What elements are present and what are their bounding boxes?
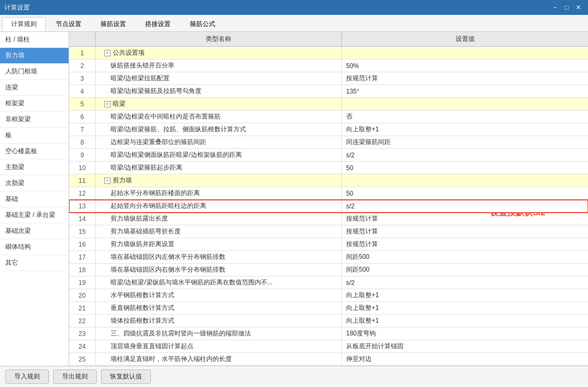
cell-value [342,174,588,187]
section-toggle-icon[interactable]: − [104,101,111,107]
cell-value: 间距500 [342,264,588,276]
cell-name: 剪力墙纵筋并距离设置 [96,238,342,250]
table-row[interactable]: 10暗梁/边框梁箍筋起步距离50 [69,162,588,174]
cell-num: 3 [69,72,96,85]
cell-value: 50 [342,162,588,174]
tab-4[interactable]: 箍筋公式 [181,17,224,31]
table-row[interactable]: 18墙在基础锚固区内右侧水平分布钢筋排数间距500 [69,264,588,276]
cell-num: 17 [69,251,96,263]
tab-0[interactable]: 计算规则 [2,17,46,31]
table-row[interactable]: 17墙在基础锚固区内左侧水平分布钢筋排数间距500 [69,251,588,264]
table-container: 类型名称 设置值 1−公共设置项2纵筋搭接头错开百分率50%3暗梁/边框梁拉筋配… [69,32,588,366]
sidebar-item-4[interactable]: 框架梁 [0,96,69,112]
cell-value: 同连梁箍筋间距 [342,136,588,148]
minimize-button[interactable]: − [550,3,560,12]
cell-value: 向上取整+1 [342,123,588,136]
sidebar-item-6[interactable]: 板 [0,128,69,144]
table-row[interactable]: 14剪力墙纵筋露出长度按规范计算 [69,213,588,225]
cell-value: 向上取整+1 [342,289,588,301]
table-row[interactable]: 8边框梁与连梁重叠部位的箍筋间距同连梁箍筋间距 [69,136,588,149]
sidebar-item-2[interactable]: 人防门框墙 [0,64,69,80]
sidebar-item-13[interactable]: 砌体结构 [0,239,69,255]
cell-name: 暗梁/边框梁在中间暗柱内是否布置箍筋 [96,111,342,123]
cell-value [342,47,588,59]
cell-num: 9 [69,149,96,161]
cell-value: 180度弯钩 [342,327,588,340]
table-row[interactable]: 4暗梁/边框梁箍筋及拉筋弯勾角度135° [69,85,588,98]
col-num [69,32,96,46]
table-row[interactable]: 3暗梁/边框梁拉筋配置按规范计算 [69,72,588,85]
sidebar-item-8[interactable]: 主肋梁 [0,159,69,175]
cell-num: 13 [69,200,96,212]
tab-3[interactable]: 搭接设置 [136,17,180,31]
cell-value: s/2 [342,149,588,161]
table-row[interactable]: 16剪力墙纵筋并距离设置按规范计算 [69,238,588,251]
cell-num: 12 [69,187,96,199]
table-row[interactable]: 9暗梁/边框梁侧面纵筋距暗梁/边框架纵筋的距离s/2 [69,149,588,162]
sidebar-item-1[interactable]: 剪力墙 [0,48,69,64]
export-rules-button[interactable]: 导出规则 [53,369,97,384]
cell-value: 从板底开始计算锚固 [342,340,588,352]
import-rules-button[interactable]: 导入规则 [5,369,49,384]
tab-1[interactable]: 节点设置 [47,17,90,31]
cell-name: −公共设置项 [96,47,342,59]
section-toggle-icon[interactable]: − [104,50,111,56]
sidebar-item-12[interactable]: 基础次梁 [0,223,69,239]
cell-num: 8 [69,136,96,148]
cell-num: 7 [69,123,96,136]
reset-defaults-button[interactable]: 恢复默认值 [101,369,151,384]
cell-name: 顶层墙身垂直直锚固计算起点 [96,340,342,352]
cell-num: 2 [69,60,96,72]
sidebar: 柱 / 墙柱剪力墙人防门框墙连梁框架梁非框架梁板空心楼盖板主肋梁次肋梁基础基础主… [0,32,69,366]
cell-value: 向上取整+1 [342,302,588,314]
cell-name: −暗梁 [96,98,342,110]
table-row[interactable]: 19暗梁/边框梁/梁纵筋与墙水平钢筋的距离在数值范围内不...s/2 [69,276,588,289]
sidebar-item-14[interactable]: 其它 [0,255,69,271]
sidebar-item-11[interactable]: 基础主梁 / 承台梁 [0,207,69,223]
tab-bar: 计算规则节点设置箍筋设置搭接设置箍筋公式 [0,15,588,32]
sidebar-item-7[interactable]: 空心楼盖板 [0,144,69,159]
table-row[interactable]: 12起始水平分布钢筋距楼面的距离50 [69,187,588,200]
table-row[interactable]: 6暗梁/边框梁在中间暗柱内是否布置箍筋否 [69,111,588,123]
table-row[interactable]: 1−公共设置项 [69,47,588,60]
table-row[interactable]: 20水平钢筋根数计算方式向上取整+1 [69,289,588,302]
table-row[interactable]: 24顶层墙身垂直直锚固计算起点从板底开始计算锚固 [69,340,588,353]
cell-value: 135° [342,85,588,97]
cell-num: 4 [69,85,96,97]
table-row[interactable]: 22墙体拉筋根数计算方式向上取整+1 [69,315,588,327]
maximize-button[interactable]: □ [561,3,572,12]
table-row[interactable]: 15剪力墙基础插筋弯折长度按规范计算 [69,225,588,238]
cell-num: 5 [69,98,96,110]
cell-num: 11 [69,174,96,187]
table-row[interactable]: 25墙柱满足直锚时，水平筋伸入端柱内的长度伸至对边 [69,353,588,366]
cell-name: 暗梁/边框梁/梁纵筋与墙水平钢筋的距离在数值范围内不... [96,276,342,289]
cell-name: 暗梁/边框梁箍筋、拉筋、侧面纵筋根数计算方式 [96,123,342,136]
cell-value: 间距500 [342,251,588,263]
close-button[interactable]: ✕ [573,3,584,12]
sidebar-item-9[interactable]: 次肋梁 [0,175,69,191]
cell-name: 起始竖向分布钢筋距暗柱边的距离 [96,200,342,212]
cell-num: 22 [69,315,96,327]
table-row[interactable]: 11−剪力墙 [69,174,588,187]
cell-name: 暗梁/边框梁箍筋起步距离 [96,162,342,174]
sidebar-item-5[interactable]: 非框架梁 [0,112,69,128]
table-row[interactable]: 21垂直钢筋根数计算方式向上取整+1 [69,302,588,315]
cell-name: 墙在基础锚固区内左侧水平分布钢筋排数 [96,251,342,263]
col-value: 设置值 [342,32,588,46]
table-row[interactable]: 2纵筋搭接头错开百分率50% [69,60,588,72]
cell-name: 墙在基础锚固区内右侧水平分布钢筋排数 [96,264,342,276]
col-name: 类型名称 [96,32,342,46]
table-row[interactable]: 5−暗梁 [69,98,588,111]
sidebar-item-10[interactable]: 基础 [0,191,69,207]
table-row[interactable]: 7暗梁/边框梁箍筋、拉筋、侧面纵筋根数计算方式向上取整+1 [69,123,588,136]
section-toggle-icon[interactable]: − [104,178,111,184]
cell-name: 墙体拉筋根数计算方式 [96,315,342,327]
table-row[interactable]: 13起始竖向分布钢筋距暗柱边的距离s/2 [69,200,588,213]
sidebar-item-0[interactable]: 柱 / 墙柱 [0,32,69,48]
table-header: 类型名称 设置值 [69,32,588,47]
sidebar-item-3[interactable]: 连梁 [0,80,69,96]
cell-num: 1 [69,47,96,59]
window-title: 计算设置 [4,3,30,12]
table-row[interactable]: 23三、四级抗震及非抗震时竖向一级钢筋的端部做法180度弯钩 [69,327,588,340]
tab-2[interactable]: 箍筋设置 [91,17,135,31]
